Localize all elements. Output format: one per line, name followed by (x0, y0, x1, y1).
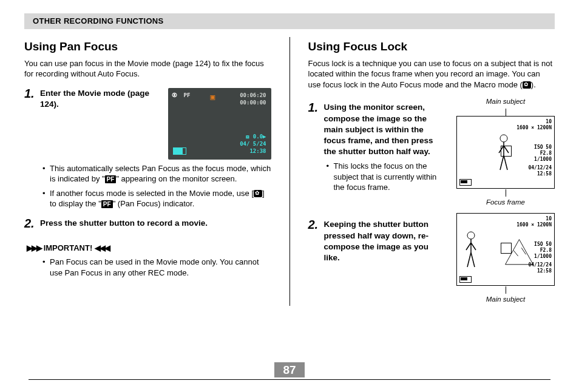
important-callout: ▶▶▶ IMPORTANT! ◀◀◀ (27, 243, 271, 254)
clock-indicator: 12:38 (249, 147, 266, 155)
arrow-left-icon: ◀◀◀ (95, 243, 109, 252)
step-1: 1. Enter the Movie mode (page 124). ⦿ PF… (24, 86, 271, 160)
step-number: 1. (308, 100, 324, 157)
two-column-layout: Using Pan Focus You can use pan focus in… (24, 35, 555, 306)
column-divider (290, 37, 290, 306)
left-column: Using Pan Focus You can use pan focus in… (24, 35, 271, 306)
right-column: Using Focus Lock Focus lock is a techniq… (308, 35, 555, 306)
step-1-text: Using the monitor screen, compose the im… (324, 100, 444, 157)
manual-page: OTHER RECORDING FUNCTIONS Using Pan Focu… (0, 0, 579, 392)
date-indicator: 04/ 5/24 (240, 140, 266, 147)
diag-val: 1/1000 (534, 254, 552, 260)
mountain-figure (503, 237, 536, 267)
important-bullet: • Pan Focus can be used in the Movie mod… (42, 257, 271, 278)
footer-rule (29, 379, 550, 380)
pf-icon: PF (101, 200, 113, 208)
diagram-label-bottom: Focus frame (486, 198, 525, 208)
battery-icon (459, 179, 472, 186)
bullet-text: This locks the focus on the subject that… (334, 161, 444, 193)
arrow-right-icon: ▶▶▶ (27, 243, 41, 252)
person-figure (462, 231, 480, 282)
diag-val: 12:58 (537, 268, 552, 275)
pf-indicator: PF (184, 92, 191, 99)
diag-val: 1/1000 (534, 157, 552, 163)
page-number: 87 (274, 362, 304, 377)
step-2-text: Keeping the shutter button pressed half … (324, 217, 444, 263)
svg-point-0 (500, 135, 507, 142)
time-elapsed: 00:00:00 (240, 99, 266, 106)
step-number: 2. (24, 215, 40, 232)
time-remaining: 00:06:20 (240, 92, 266, 99)
diagram-2: 10 1600 × 1200N ISO 50 F2.8 1/1000 04/12… (456, 213, 555, 306)
macro-flower-icon (254, 190, 262, 197)
right-step-2: 2. Keeping the shutter button pressed ha… (308, 217, 444, 263)
page-footer: 87 (29, 363, 550, 380)
step-2-text: Press the shutter button to record a mov… (40, 215, 271, 232)
movie-icon: ▣ (211, 92, 215, 103)
bullet-text: Pan Focus can be used in the Movie mode … (50, 257, 271, 278)
right-step1-bullet: • This locks the focus on the subject th… (327, 161, 444, 193)
step-1-text: Enter the Movie mode (page 124). (40, 88, 162, 110)
diagram-1: Main subject 10 1600 × 1200N ISO 50 F2.8… (456, 96, 555, 208)
diagram-frame: 10 1600 × 1200N ISO 50 F2.8 1/1000 04/12… (456, 116, 555, 189)
important-label: IMPORTANT! (44, 243, 93, 252)
intro-text: ). (531, 80, 536, 89)
battery-icon (173, 147, 186, 155)
svg-point-1 (467, 232, 475, 239)
person-figure (495, 133, 513, 185)
right-heading: Using Focus Lock (308, 39, 555, 55)
camera-lcd-preview: ⦿ PF ▣ 00:06:20 00:00:00 ⧈ 0.0▶ 04/ 5/24… (168, 88, 271, 160)
left-intro: You can use pan focus in the Movie mode … (24, 58, 271, 79)
diagram-label-bottom: Main subject (486, 295, 526, 305)
step1-bullet2: • If another focus mode is selected in t… (42, 188, 271, 209)
step-2: 2. Press the shutter button to record a … (24, 215, 271, 232)
section-header: OTHER RECORDING FUNCTIONS (24, 13, 555, 29)
diagram-label-top: Main subject (486, 97, 526, 107)
bullet-text: If another focus mode is selected in the… (50, 189, 254, 198)
right-step-1: 1. Using the monitor screen, compose the… (308, 100, 444, 157)
step1-bullet1: • This automatically selects Pan Focus a… (42, 163, 271, 184)
diag-val: 1600 × 1200N (516, 125, 552, 132)
right-intro: Focus lock is a technique you can use to… (308, 58, 555, 90)
intro-text: Focus lock is a technique you can use to… (308, 59, 553, 89)
bullet-text: " appearing on the monitor screen. (116, 174, 237, 183)
macro-flower-icon (523, 81, 531, 89)
ev-indicator: ⧈ 0.0▶ (246, 133, 266, 140)
step-number: 2. (308, 217, 324, 263)
diag-val: 12:58 (537, 171, 552, 178)
rec-icon: ⦿ (172, 92, 177, 99)
bullet-text: " (Pan Focus) indicator. (113, 199, 195, 208)
diag-val: 1600 × 1200N (516, 222, 552, 229)
left-heading: Using Pan Focus (24, 39, 271, 55)
step-number: 1. (24, 86, 40, 160)
pf-icon: PF (105, 175, 117, 183)
diagram-frame: 10 1600 × 1200N ISO 50 F2.8 1/1000 04/12… (456, 213, 555, 286)
